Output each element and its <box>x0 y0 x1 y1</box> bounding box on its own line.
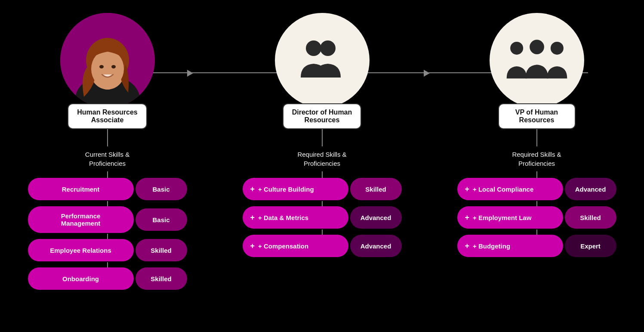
role-label-vp-hr: VP of Human Resources <box>498 103 576 129</box>
skill-name-local-compliance: + + Local Compliance <box>457 178 563 200</box>
skill-row-data-metrics: + + Data & Metrics Advanced <box>243 206 402 229</box>
skill-row-employee-relations: Employee Relations Skilled <box>28 239 187 261</box>
column-hr-associate: Human Resources Associate Current Skills… <box>26 13 189 291</box>
svg-point-11 <box>530 40 544 54</box>
skill-level-employee-relations: Skilled <box>136 239 187 261</box>
column-vp-hr: VP of Human Resources Required Skills & … <box>455 13 619 258</box>
connector-skills-col3-2 <box>536 230 537 235</box>
connector-skills-col2-1 <box>322 201 323 206</box>
skills-label-col2: Required Skills & Proficiencies <box>297 150 346 168</box>
skill-row-onboarding: Onboarding Skilled <box>28 267 187 290</box>
role-label-hr-associate: Human Resources Associate <box>68 103 147 129</box>
connector-line-col1 <box>107 129 108 146</box>
connector-line-col2b <box>322 171 323 178</box>
skill-name-employment-law: + + Employment Law <box>457 206 563 229</box>
skill-level-culture: Skilled <box>350 178 402 200</box>
three-people-icon <box>505 37 569 84</box>
skill-name-employee-relations: Employee Relations <box>28 239 134 261</box>
skill-level-onboarding: Skilled <box>136 267 187 290</box>
avatar-hr-associate <box>60 13 155 108</box>
skill-row-local-compliance: + + Local Compliance Advanced <box>457 178 616 200</box>
svg-point-6 <box>99 65 104 68</box>
skill-level-local-compliance: Advanced <box>565 178 616 200</box>
skill-level-performance: Basic <box>136 208 187 231</box>
skill-name-recruitment: Recruitment <box>28 178 134 200</box>
svg-point-10 <box>510 42 523 55</box>
skill-row-recruitment: Recruitment Basic <box>28 178 187 200</box>
skill-name-onboarding: Onboarding <box>28 267 134 290</box>
skill-name-data-metrics: + + Data & Metrics <box>243 206 348 229</box>
connector-skills-col3-1 <box>536 201 537 206</box>
skill-name-performance: Performance Management <box>28 206 134 233</box>
skill-name-budgeting: + + Budgeting <box>457 235 563 257</box>
connector-skills-col2-2 <box>322 230 323 235</box>
skill-row-compensation: + + Compensation Advanced <box>243 235 402 257</box>
connector-line-col1b <box>107 171 108 178</box>
skill-level-data-metrics: Advanced <box>350 206 402 229</box>
skill-row-culture: + + Culture Building Skilled <box>243 178 402 200</box>
skills-list-col1: Recruitment Basic Performance Management… <box>28 178 187 291</box>
connector-line-col2 <box>322 129 323 146</box>
connector-skills-1 <box>107 201 108 206</box>
svg-point-5 <box>91 50 124 88</box>
skill-level-compensation: Advanced <box>350 235 402 257</box>
skills-label-col3: Required Skills & Proficiencies <box>512 150 561 168</box>
skill-row-performance: Performance Management Basic <box>28 206 187 233</box>
skill-name-culture: + + Culture Building <box>243 178 348 200</box>
diagram-container: Human Resources Associate Current Skills… <box>0 0 644 332</box>
connector-skills-3 <box>107 262 108 267</box>
skill-level-employment-law: Skilled <box>565 206 616 229</box>
two-people-icon <box>294 39 350 82</box>
svg-point-9 <box>320 40 336 56</box>
connector-line-col3b <box>536 171 537 178</box>
skills-list-col3: + + Local Compliance Advanced + + Employ… <box>457 178 616 258</box>
person-photo-svg <box>60 13 155 108</box>
svg-point-12 <box>550 42 563 55</box>
avatar-vp-hr <box>490 13 584 108</box>
skill-level-recruitment: Basic <box>136 178 187 200</box>
avatar-director-hr <box>275 13 370 108</box>
skill-level-budgeting: Expert <box>565 235 616 257</box>
skills-label-col1: Current Skills & Proficiencies <box>85 150 129 168</box>
svg-point-8 <box>306 40 321 56</box>
skills-list-col2: + + Culture Building Skilled + + Data & … <box>243 178 402 258</box>
column-director-hr: Director of Human Resources Required Ski… <box>240 13 404 258</box>
svg-point-7 <box>111 65 116 68</box>
connector-skills-2 <box>107 234 108 239</box>
role-label-director-hr: Director of Human Resources <box>283 103 362 129</box>
skill-name-compensation: + + Compensation <box>243 235 348 257</box>
skill-row-budgeting: + + Budgeting Expert <box>457 235 616 257</box>
connector-line-col3 <box>536 129 537 146</box>
skill-row-employment-law: + + Employment Law Skilled <box>457 206 616 229</box>
arrow-right-second <box>424 70 430 77</box>
